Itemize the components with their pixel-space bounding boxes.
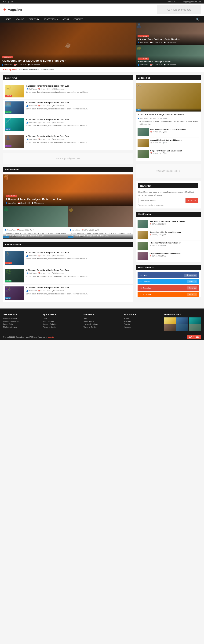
news2-placeholder: 🌅 — [5, 102, 11, 107]
footer-features-link-3[interactable]: Investor Relations — [84, 323, 120, 325]
nav-archive[interactable]: ARCHIVE — [13, 16, 26, 22]
nav-post-types[interactable]: POST TYPES ▼ — [41, 16, 60, 22]
hero-side-1-overlay: Food Habit A Discount Toner Cartridge is… — [136, 33, 204, 45]
popular-posts-section: Popular Posts 🍕 Food Habit A Discount To… — [3, 167, 133, 239]
relevant-item[interactable]: Travel 👫 A Discount Toner Cartridge is B… — [3, 284, 133, 302]
news-item[interactable]: ✈️ Travel A Discount Toner Cartridge is … — [3, 116, 133, 133]
side2-comments: 💬 06 Comments — [164, 64, 176, 66]
instagram-image-1[interactable] — [164, 318, 176, 324]
instagram-image-6[interactable] — [189, 324, 201, 331]
editors-list-item[interactable]: Compatible Inkjet Cartr world famous 📅 0… — [138, 138, 199, 148]
footer-products-link-3[interactable]: Power Tools — [3, 323, 40, 325]
editors-main-image[interactable]: 👓 Travel — [136, 83, 201, 112]
news-category-badge-3: Travel — [5, 128, 10, 130]
side2-date: 📅 03 April, 2016 — [150, 64, 162, 66]
footer-social-facebook[interactable]: f — [181, 336, 181, 338]
relevant-excerpt-2: Lorem ipsum dolor sit amet, consectetura… — [26, 275, 131, 278]
newsletter-form: Subscribe — [138, 198, 199, 203]
relevant-item[interactable]: Science 🌿 A Discount Toner Cartridge is … — [3, 267, 133, 284]
social-twitter-button[interactable]: Follow Us — [187, 280, 197, 283]
social-twitter-link[interactable]: t — [5, 1, 6, 3]
footer-quicklinks-link-4[interactable]: Terms of Service — [43, 326, 80, 328]
buy-button[interactable]: BUY IT - $18 — [187, 335, 201, 339]
footer-products-link-2[interactable]: Manage Reputation — [3, 320, 40, 322]
footer-quicklinks-link-1[interactable]: Jobs — [43, 318, 80, 319]
top-bar-social[interactable]: f t g+ in — [3, 1, 14, 3]
footer-features-link-2[interactable]: Brand Assets — [84, 320, 120, 322]
editors-list-title-2: Compatible Inkjet Cartr world famous — [150, 139, 182, 141]
footer-quicklinks-link-2[interactable]: Brand Assets — [43, 320, 80, 322]
footer-social-linkedin[interactable]: in — [185, 336, 187, 338]
news-item[interactable]: 👗 Fashion A Discount Toner Cartridge is … — [3, 133, 133, 150]
social-twitter-item[interactable]: 903 Followers Follow Us — [138, 279, 199, 284]
footer-col-resources: Resources Guides Research Experts Agenci… — [124, 313, 161, 331]
news-item[interactable]: 🌅 Science A Discount Toner Cartridge is … — [3, 100, 133, 116]
hero-main[interactable]: ☕ Food Habit A Discount Toner Cartridge … — [0, 22, 136, 67]
popular-grid-item-1[interactable]: 🌲 Travel A Discount Toner Cartridge is B… — [3, 206, 68, 239]
footer-features-link-4[interactable]: Terms of Service — [84, 326, 120, 328]
most-popular-content-1: Help Finding Information Online is so ea… — [149, 220, 185, 228]
footer-resources-link-1[interactable]: Guides — [124, 318, 161, 319]
editors-list-item[interactable]: Help Finding Information Online is so ea… — [138, 127, 199, 138]
nav-category[interactable]: CATEGORY — [26, 16, 41, 22]
editors-list-item[interactable]: 5 Tips For Offshore Soft Development 📅 0… — [138, 148, 199, 159]
hero-side-item-2[interactable]: 👩 Food Habit A Discount Toner Cartridge … — [136, 45, 204, 67]
social-googleplus-count: 983 Subscriber — [139, 287, 151, 289]
popular-author: 👤 Mark Wiens — [5, 202, 16, 204]
hero-author: 👤 Mark Wiens — [1, 64, 12, 66]
nav-about[interactable]: ABOUT — [60, 16, 71, 22]
footer-products-link-1[interactable]: Managed Website — [3, 318, 40, 319]
newsletter-email-input[interactable] — [138, 198, 185, 203]
news-item[interactable]: 😊 Lifestyle A Discount Toner Cartridge i… — [3, 83, 133, 100]
footer-bottom-social: f t g+ in BUY IT - $18 — [181, 336, 201, 338]
footer-resources-link-3[interactable]: Experts — [124, 323, 161, 325]
most-popular-image-1 — [138, 220, 148, 228]
news-item-content-2: A Discount Toner Cartridge is Better Tha… — [26, 102, 131, 114]
social-google-link[interactable]: g+ — [8, 1, 10, 3]
news3-date: 📅 03 April, 2016 — [38, 122, 50, 124]
instagram-image-2[interactable] — [176, 318, 188, 324]
footer-products-link-4[interactable]: Marketing Service — [3, 326, 40, 328]
footer-resources-link-4[interactable]: Agencies — [124, 326, 161, 328]
relevant-meta-2: 👤 Mark Wiens 📅 03 April, 2016 💬 06 Comme… — [26, 272, 131, 274]
footer-features-link-1[interactable]: Jobs — [84, 318, 120, 319]
editors-pick-title: Editor's Pick — [138, 77, 150, 79]
most-popular-item[interactable]: 5 Tips For Offshore Soft Development 📅 0… — [136, 240, 201, 251]
hero-side-item-1[interactable]: 👗 Food Habit A Discount Toner Cartridge … — [136, 22, 204, 45]
footer-brand-link[interactable]: cocorila — [48, 336, 54, 338]
social-rss-button[interactable]: Subscribe — [187, 293, 197, 296]
social-linkedin-link[interactable]: in — [11, 1, 13, 3]
social-rss-item[interactable]: 983 Subscriber Subscribe — [138, 292, 199, 297]
footer-social-twitter[interactable]: t — [182, 336, 182, 338]
logo[interactable]: ❖ Magazine — [3, 8, 22, 12]
social-googleplus-button[interactable]: Subscribe — [187, 286, 197, 290]
newsletter-subscribe-button[interactable]: Subscribe — [186, 198, 199, 203]
social-googleplus-item[interactable]: 983 Subscriber Subscribe — [138, 285, 199, 291]
most-popular-item[interactable]: Help Finding Information Online is so ea… — [136, 219, 201, 230]
footer-social-google[interactable]: g+ — [183, 336, 185, 338]
relevant-stories-section: Relevant Stories Lifestyle 🏃 A Discount … — [3, 242, 133, 302]
footer-quicklinks-link-3[interactable]: Investor Relations — [43, 323, 80, 325]
most-popular-item[interactable]: Compatible Inkjet Cartr world famous 📅 0… — [136, 230, 201, 240]
search-button[interactable]: 🔍 — [194, 16, 201, 22]
popular-posts-main[interactable]: 🍕 Food Habit A Discount Toner Cartridge … — [3, 174, 133, 206]
most-popular-item[interactable]: 5 Tips For Offshore Soft Development 📅 0… — [136, 251, 201, 262]
nav-contact[interactable]: CONTACT — [71, 16, 85, 22]
social-facebook-link[interactable]: f — [3, 1, 4, 3]
social-facebook-item[interactable]: 903 Likes Like our page — [138, 272, 199, 278]
editors-main-category: Travel — [136, 109, 141, 111]
nav-home[interactable]: HOME — [3, 16, 13, 22]
news1-comments: 💬 06 Comments — [52, 88, 64, 90]
social-facebook-button[interactable]: Like our page — [184, 274, 197, 277]
editors-main-title: A Discount Toner Cartridge is Better Tha… — [138, 113, 199, 116]
instagram-image-4[interactable] — [164, 324, 176, 331]
relevant-item[interactable]: Lifestyle 🏃 A Discount Toner Cartridge i… — [3, 250, 133, 267]
grid1-author: 👤 Mark Wiens — [5, 229, 16, 231]
most-popular-meta-2: 📅 03 April, 2016 💬 06 — [149, 234, 181, 236]
popular-grid-item-2[interactable]: 👩 Travel A Discount Toner Cartridge is B… — [68, 206, 133, 239]
rel1-comments: 💬 06 Comments — [52, 255, 64, 256]
instagram-image-5[interactable] — [176, 324, 188, 331]
popular-date: 📅 03 April, 2016 — [18, 202, 30, 204]
footer-resources-link-2[interactable]: Research — [124, 320, 161, 322]
instagram-image-3[interactable] — [189, 318, 201, 324]
